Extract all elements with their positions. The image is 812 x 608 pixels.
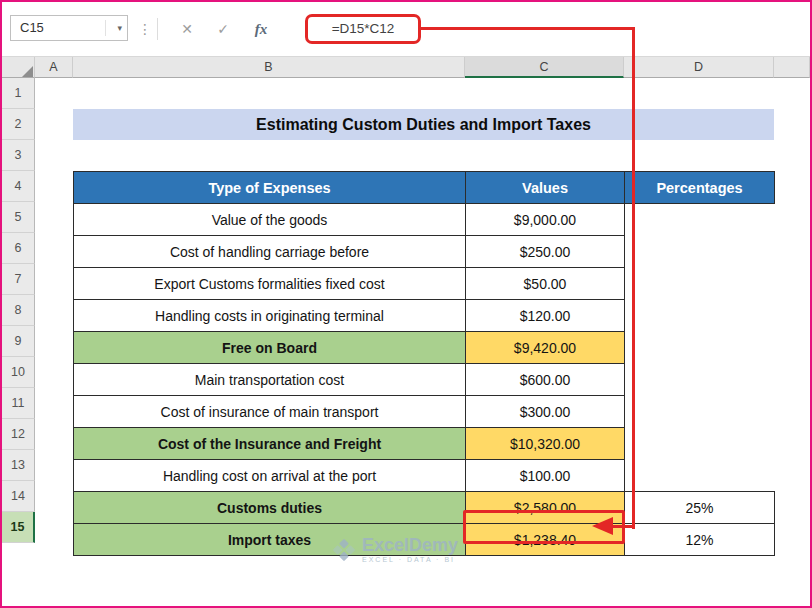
table-row: Cost of insurance of main transport$300.… bbox=[74, 396, 775, 428]
row-header-6[interactable]: 6 bbox=[2, 233, 35, 264]
column-header-a[interactable]: A bbox=[35, 57, 73, 78]
watermark-text: ExcelDemy EXCEL · DATA · BI bbox=[362, 536, 458, 563]
expense-label-cell-b7[interactable]: Export Customs formalities fixed cost bbox=[74, 268, 466, 300]
exceldemy-watermark: ExcelDemy EXCEL · DATA · BI bbox=[332, 536, 458, 563]
expense-table: Type of Expenses Values Percentages Valu… bbox=[73, 171, 775, 556]
row-header-14[interactable]: 14 bbox=[2, 481, 35, 512]
expense-label-cell-b14[interactable]: Customs duties bbox=[74, 492, 466, 524]
formula-bar: C15 ▾ ⋮ ✕ ✓ fx =D15*C12 bbox=[2, 2, 810, 57]
worksheet-title-cell[interactable]: Estimating Custom Duties and Import Taxe… bbox=[73, 109, 774, 140]
excel-screenshot-frame: C15 ▾ ⋮ ✕ ✓ fx =D15*C12 A B C D 12345678… bbox=[0, 0, 812, 608]
row-header-5[interactable]: 5 bbox=[2, 202, 35, 233]
empty-cell-d9[interactable] bbox=[625, 332, 775, 364]
table-row: Customs duties$2,580.0025% bbox=[74, 492, 775, 524]
expense-label-cell-b6[interactable]: Cost of handling carriage before bbox=[74, 236, 466, 268]
annotation-arrow-top-segment bbox=[421, 27, 635, 30]
expense-label-cell-b11[interactable]: Cost of insurance of main transport bbox=[74, 396, 466, 428]
table-row: Cost of the Insurance and Freight$10,320… bbox=[74, 428, 775, 460]
row-header-7[interactable]: 7 bbox=[2, 264, 35, 295]
percentage-cell-d15[interactable]: 12% bbox=[625, 524, 775, 556]
chevron-down-icon[interactable]: ▾ bbox=[117, 16, 122, 40]
toolbar-divider bbox=[157, 18, 158, 40]
expense-label-cell-b5[interactable]: Value of the goods bbox=[74, 204, 466, 236]
percentage-cell-d14[interactable]: 25% bbox=[625, 492, 775, 524]
value-cell-c7[interactable]: $50.00 bbox=[466, 268, 625, 300]
row-header-15[interactable]: 15 bbox=[2, 512, 35, 543]
watermark-name: ExcelDemy bbox=[362, 536, 458, 555]
row-header-13[interactable]: 13 bbox=[2, 450, 35, 481]
empty-cell-d12[interactable] bbox=[625, 428, 775, 460]
row-header-8[interactable]: 8 bbox=[2, 295, 35, 326]
empty-cell-d8[interactable] bbox=[625, 300, 775, 332]
row-header-12[interactable]: 12 bbox=[2, 419, 35, 450]
more-options-icon[interactable]: ⋮ bbox=[138, 16, 152, 42]
expense-label-cell-b12[interactable]: Cost of the Insurance and Freight bbox=[74, 428, 466, 460]
insert-function-icon[interactable]: fx bbox=[248, 16, 274, 42]
empty-cell-d11[interactable] bbox=[625, 396, 775, 428]
header-percentages[interactable]: Percentages bbox=[625, 172, 775, 204]
table-row: Free on Board$9,420.00 bbox=[74, 332, 775, 364]
row-header-4[interactable]: 4 bbox=[2, 171, 35, 202]
row-header-3[interactable]: 3 bbox=[2, 140, 35, 171]
name-box-value: C15 bbox=[20, 16, 44, 40]
value-cell-c6[interactable]: $250.00 bbox=[466, 236, 625, 268]
header-values[interactable]: Values bbox=[466, 172, 625, 204]
header-type-of-expenses[interactable]: Type of Expenses bbox=[74, 172, 466, 204]
value-cell-c5[interactable]: $9,000.00 bbox=[466, 204, 625, 236]
empty-cell-d6[interactable] bbox=[625, 236, 775, 268]
formula-input[interactable]: =D15*C12 bbox=[305, 14, 421, 44]
value-cell-c13[interactable]: $100.00 bbox=[466, 460, 625, 492]
value-cell-c11[interactable]: $300.00 bbox=[466, 396, 625, 428]
table-row: Handling cost on arrival at the port$100… bbox=[74, 460, 775, 492]
exceldemy-logo-icon bbox=[332, 538, 356, 562]
empty-cell-d10[interactable] bbox=[625, 364, 775, 396]
column-header-b[interactable]: B bbox=[73, 57, 465, 78]
column-header-c-selected[interactable]: C bbox=[465, 57, 624, 78]
row-header-1[interactable]: 1 bbox=[2, 78, 35, 109]
table-row: Handling costs in originating terminal$1… bbox=[74, 300, 775, 332]
select-all-triangle-icon bbox=[22, 66, 33, 77]
value-cell-c8[interactable]: $120.00 bbox=[466, 300, 625, 332]
value-cell-c10[interactable]: $600.00 bbox=[466, 364, 625, 396]
table-row: Value of the goods$9,000.00 bbox=[74, 204, 775, 236]
row-header-9[interactable]: 9 bbox=[2, 326, 35, 357]
empty-cell-d7[interactable] bbox=[625, 268, 775, 300]
empty-cell-d5[interactable] bbox=[625, 204, 775, 236]
expense-label-cell-b13[interactable]: Handling cost on arrival at the port bbox=[74, 460, 466, 492]
empty-cell-d13[interactable] bbox=[625, 460, 775, 492]
formula-text: =D15*C12 bbox=[308, 17, 418, 41]
annotation-arrow-vertical-segment bbox=[632, 27, 635, 529]
column-header-d[interactable]: D bbox=[624, 57, 774, 78]
table-row: Cost of handling carriage before$250.00 bbox=[74, 236, 775, 268]
column-header-filler bbox=[774, 57, 810, 78]
row-header-11[interactable]: 11 bbox=[2, 388, 35, 419]
enter-icon[interactable]: ✓ bbox=[210, 16, 236, 42]
table-row: Export Customs formalities fixed cost$50… bbox=[74, 268, 775, 300]
expense-label-cell-b8[interactable]: Handling costs in originating terminal bbox=[74, 300, 466, 332]
value-cell-c12[interactable]: $10,320.00 bbox=[466, 428, 625, 460]
name-box-divider bbox=[105, 20, 106, 36]
value-cell-c9[interactable]: $9,420.00 bbox=[466, 332, 625, 364]
name-box[interactable]: C15 ▾ bbox=[10, 15, 128, 41]
row-header-10[interactable]: 10 bbox=[2, 357, 35, 388]
row-header-2[interactable]: 2 bbox=[2, 109, 35, 140]
cancel-icon[interactable]: ✕ bbox=[174, 16, 200, 42]
watermark-tagline: EXCEL · DATA · BI bbox=[362, 556, 458, 563]
table-row: Main transportation cost$600.00 bbox=[74, 364, 775, 396]
annotation-arrow-stub-segment bbox=[613, 525, 635, 528]
expense-label-cell-b10[interactable]: Main transportation cost bbox=[74, 364, 466, 396]
table-header-row: Type of Expenses Values Percentages bbox=[74, 172, 775, 204]
annotation-arrowhead-icon bbox=[592, 517, 613, 535]
expense-label-cell-b9[interactable]: Free on Board bbox=[74, 332, 466, 364]
